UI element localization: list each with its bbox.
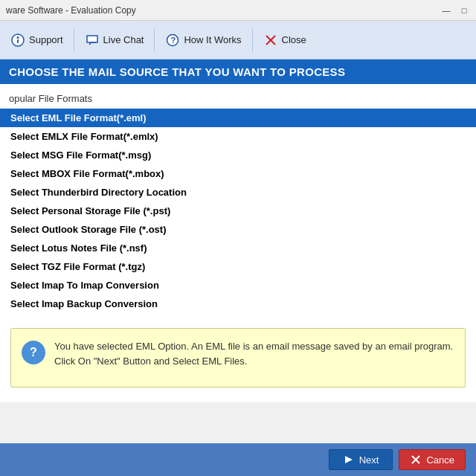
minimize-button[interactable]: — — [440, 4, 452, 16]
title-bar-controls: — □ — [440, 4, 470, 16]
header-text: CHOOSE THE MAIL SOURCE THAT YOU WANT TO … — [9, 65, 345, 78]
svg-rect-2 — [17, 39, 19, 43]
svg-text:?: ? — [171, 36, 176, 45]
info-box: ? You have selected EML Option. An EML f… — [10, 328, 466, 387]
toolbar-separator-3 — [252, 28, 253, 52]
support-label: Support — [29, 34, 63, 45]
maximize-button[interactable]: □ — [458, 4, 470, 16]
cancel-button[interactable]: Cance — [399, 449, 466, 470]
list-item[interactable]: Select Imap Backup Conversion — [0, 295, 476, 313]
next-button[interactable]: Next — [329, 449, 393, 470]
toolbar: Support Live Chat ? How It Works Clo — [0, 21, 476, 60]
chat-icon — [85, 33, 100, 48]
list-item[interactable]: Select EML File Format(*.eml) — [0, 109, 476, 127]
cancel-icon — [410, 454, 422, 466]
list-item[interactable]: Select Thunderbird Directory Location — [0, 183, 476, 202]
svg-marker-7 — [345, 456, 353, 463]
list-item[interactable]: Select MSG File Format(*.msg) — [0, 146, 476, 164]
toolbar-live-chat-button[interactable]: Live Chat — [77, 28, 152, 52]
support-icon — [10, 33, 25, 48]
bottom-bar: Next Cance — [0, 443, 476, 476]
header-bar: CHOOSE THE MAIL SOURCE THAT YOU WANT TO … — [0, 60, 476, 84]
list-item[interactable]: Select Imap To Imap Conversion — [0, 276, 476, 295]
section-label: opular File Formats — [0, 90, 476, 109]
info-box-container: ? You have selected EML Option. An EML f… — [0, 319, 476, 396]
close-label: Close — [282, 34, 306, 45]
how-it-works-label: How It Works — [184, 34, 241, 45]
list-item[interactable]: Select MBOX File Format(*.mbox) — [0, 164, 476, 183]
toolbar-how-it-works-button[interactable]: ? How It Works — [158, 28, 248, 52]
format-list: Select EML File Format(*.eml) Select EML… — [0, 109, 476, 313]
info-icon: ? — [22, 341, 45, 364]
svg-point-1 — [17, 36, 19, 39]
close-icon — [263, 33, 278, 48]
toolbar-separator-2 — [154, 28, 155, 52]
info-box-text: You have selected EML Option. An EML fil… — [54, 339, 454, 368]
toolbar-support-button[interactable]: Support — [3, 28, 71, 52]
list-item[interactable]: Select EMLX File Format(*.emlx) — [0, 127, 476, 146]
list-item[interactable]: Select TGZ File Format (*.tgz) — [0, 257, 476, 276]
content-area: opular File Formats Select EML File Form… — [0, 84, 476, 402]
next-label: Next — [359, 454, 379, 466]
title-bar: ware Software - Evaluation Copy — □ — [0, 0, 476, 21]
list-item[interactable]: Select Personal Storage File (*.pst) — [0, 202, 476, 220]
next-icon — [343, 454, 355, 466]
live-chat-label: Live Chat — [103, 34, 144, 45]
question-icon: ? — [165, 33, 180, 48]
title-bar-text: ware Software - Evaluation Copy — [6, 5, 136, 16]
list-item[interactable]: Select Lotus Notes File (*.nsf) — [0, 239, 476, 257]
cancel-label: Cance — [426, 454, 454, 466]
list-item[interactable]: Select Outlook Storage File (*.ost) — [0, 220, 476, 239]
toolbar-close-button[interactable]: Close — [256, 28, 314, 52]
toolbar-separator-1 — [74, 28, 74, 52]
